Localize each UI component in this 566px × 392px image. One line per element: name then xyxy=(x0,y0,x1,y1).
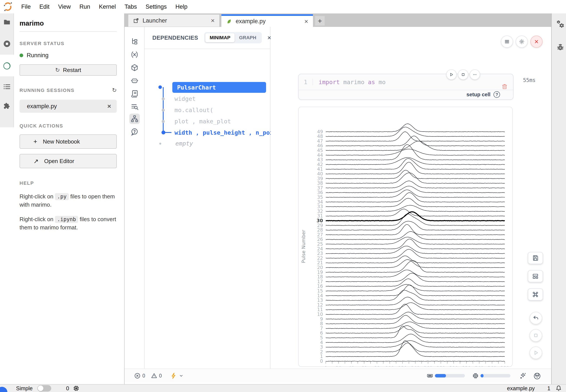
delete-cell-icon[interactable] xyxy=(501,83,508,90)
svg-text:46: 46 xyxy=(317,143,323,148)
svg-text:21: 21 xyxy=(317,260,323,265)
dependencies-close-icon[interactable]: × xyxy=(267,34,271,42)
file-explorer-icon[interactable] xyxy=(129,36,140,47)
session-item[interactable]: example.py × xyxy=(19,100,117,113)
bug-icon[interactable] xyxy=(556,43,565,52)
svg-text:26: 26 xyxy=(317,237,323,242)
notebook-area: example.py 1 import marimo as mo setup c… xyxy=(271,27,551,369)
activity-bar xyxy=(0,14,14,384)
menu-item-help[interactable]: Help xyxy=(171,3,192,10)
tree-item-pulsarchart[interactable]: PulsarChart xyxy=(172,82,266,93)
svg-text:2: 2 xyxy=(320,349,323,354)
svg-text:200: 200 xyxy=(449,365,458,367)
bell-icon[interactable] xyxy=(555,385,562,392)
svg-text:45: 45 xyxy=(317,148,323,153)
gears-icon[interactable] xyxy=(556,19,565,29)
save-button[interactable] xyxy=(528,252,543,264)
cell-code-row[interactable]: 1 import marimo as mo xyxy=(299,74,513,90)
cell-code[interactable]: import marimo as mo xyxy=(319,79,386,85)
more-actions-button[interactable] xyxy=(470,69,480,80)
svg-text:160: 160 xyxy=(424,365,432,367)
toggle-knob xyxy=(38,386,44,391)
list-icon[interactable] xyxy=(3,83,11,91)
logs-search-icon[interactable] xyxy=(129,101,140,112)
ai-sparkle-icon[interactable] xyxy=(519,372,527,380)
tree-node-dot xyxy=(158,85,162,89)
menu-item-tabs[interactable]: Tabs xyxy=(120,3,141,10)
undo-button[interactable] xyxy=(530,312,542,324)
tab-example-close-icon[interactable]: × xyxy=(304,18,308,25)
chip-icon[interactable] xyxy=(73,385,79,392)
notebook-menu-button[interactable] xyxy=(501,36,513,48)
tree-item-plot[interactable]: plot , make_plot xyxy=(175,118,231,125)
svg-text:16: 16 xyxy=(317,284,323,289)
graph-toggle[interactable]: GRAPH xyxy=(235,33,260,42)
svg-text:12: 12 xyxy=(317,302,323,308)
menu-item-file[interactable]: File xyxy=(17,3,35,10)
session-close-icon[interactable]: × xyxy=(107,103,111,110)
menu-item-view[interactable]: View xyxy=(54,3,75,10)
svg-text:35: 35 xyxy=(317,195,323,200)
running-sessions-icon[interactable] xyxy=(3,40,11,48)
stop-cell-button[interactable] xyxy=(458,69,468,80)
setup-cell[interactable]: 1 import marimo as mo setup cell ? xyxy=(298,74,513,100)
runtime-state-indicator[interactable] xyxy=(171,373,184,379)
scratchpad-icon[interactable] xyxy=(129,88,140,99)
tree-item-width-params[interactable]: width , pulse_height , n_poi xyxy=(175,129,273,136)
notebook-footer: 0 0 xyxy=(125,369,551,382)
dependencies-tree: PulsarChart widget mo.callout( plot , ma… xyxy=(145,49,270,369)
tree-item-empty[interactable]: empty xyxy=(175,140,193,147)
open-editor-button[interactable]: ↗ Open Editor xyxy=(19,154,117,168)
tab-example-py[interactable]: example.py × xyxy=(221,14,313,27)
simple-mode-toggle[interactable] xyxy=(37,385,51,392)
puzzle-icon[interactable] xyxy=(3,102,11,110)
new-notebook-button[interactable]: + New Notebook xyxy=(19,134,117,149)
ai-assistant-icon[interactable] xyxy=(129,75,140,86)
tree-item-callout[interactable]: mo.callout( xyxy=(175,107,213,113)
svg-text:4: 4 xyxy=(320,340,323,345)
menu-item-settings[interactable]: Settings xyxy=(141,3,171,10)
help-paragraph-ipynb: Right-click on .ipynb files to convert t… xyxy=(19,215,117,232)
svg-text:42: 42 xyxy=(317,162,323,167)
errors-indicator[interactable]: 0 xyxy=(134,373,145,379)
menu-item-kernel[interactable]: Kernel xyxy=(95,3,120,10)
restart-button[interactable]: ↻ Restart xyxy=(19,64,117,76)
svg-text:25: 25 xyxy=(317,241,323,247)
folder-icon[interactable] xyxy=(3,18,11,26)
stop-all-button[interactable] xyxy=(530,329,542,342)
tree-item-widget[interactable]: widget xyxy=(175,95,196,102)
running-status-label: Running xyxy=(27,52,49,59)
tab-launcher-close-icon[interactable]: × xyxy=(211,17,215,24)
marimo-ring-icon[interactable] xyxy=(3,62,11,70)
dependencies-graph-icon[interactable] xyxy=(129,114,140,124)
command-palette-button[interactable] xyxy=(528,288,543,300)
run-all-button[interactable] xyxy=(530,347,542,359)
warnings-indicator[interactable]: 0 xyxy=(151,373,162,379)
error-icon xyxy=(134,373,141,379)
help-icon[interactable] xyxy=(129,127,140,137)
setup-help-icon[interactable]: ? xyxy=(493,91,500,98)
notification-blob[interactable] xyxy=(0,387,7,392)
marimo-chat-icon[interactable] xyxy=(533,372,541,380)
notebook-shutdown-button[interactable] xyxy=(530,36,543,48)
cpu-progress-bar xyxy=(480,374,510,378)
menu-item-edit[interactable]: Edit xyxy=(35,3,54,10)
layout-toggle-button[interactable] xyxy=(528,270,543,282)
tab-launcher[interactable]: Launcher × xyxy=(128,14,220,27)
svg-text:7: 7 xyxy=(320,326,323,331)
variables-icon[interactable] xyxy=(129,49,140,60)
launcher-icon xyxy=(133,18,139,24)
packages-icon[interactable] xyxy=(129,62,140,73)
tree-node-dot xyxy=(162,97,165,100)
minimap-toggle[interactable]: MINIMAP xyxy=(205,33,235,42)
svg-text:240: 240 xyxy=(475,365,484,367)
chevron-down-icon xyxy=(179,373,184,379)
new-tab-button[interactable]: + xyxy=(315,16,325,26)
menu-item-run[interactable]: Run xyxy=(75,3,95,10)
tab-strip: Launcher × example.py × + xyxy=(125,14,566,27)
refresh-sessions-icon[interactable]: ↻ xyxy=(112,87,117,94)
run-cell-button[interactable] xyxy=(446,69,457,80)
svg-text:28: 28 xyxy=(317,227,323,233)
notebook-settings-button[interactable] xyxy=(516,36,528,48)
kernel-counter: 0 xyxy=(66,385,69,392)
